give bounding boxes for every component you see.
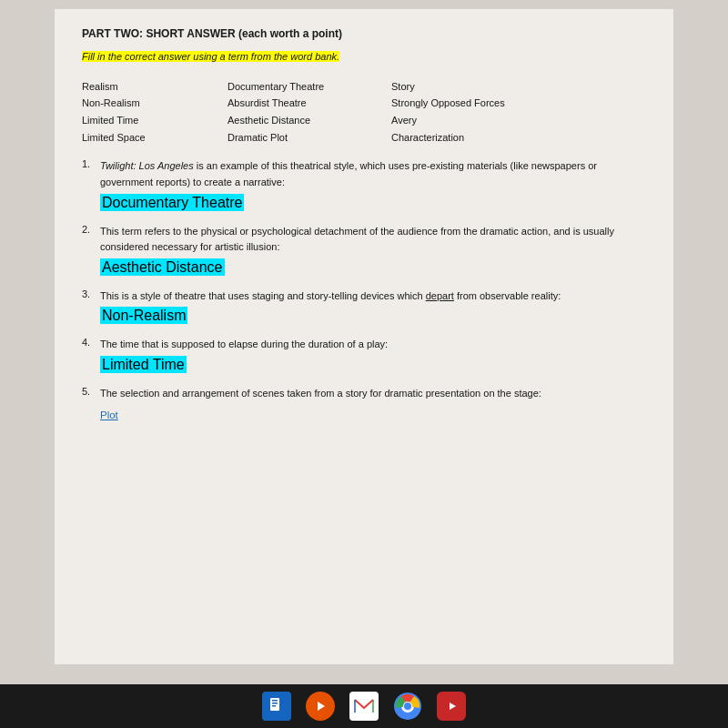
svg-marker-4 — [318, 702, 325, 711]
question-5: 5. The selection and arrangement of scen… — [82, 386, 646, 422]
question-4: 4. The time that is supposed to elapse d… — [82, 337, 646, 373]
q2-answer-line: Aesthetic Distance — [100, 259, 646, 276]
q2-number: 2. — [82, 224, 100, 235]
svg-rect-2 — [272, 703, 278, 704]
word-absurdist: Absurdist Theatre — [228, 95, 391, 112]
youtube-icon[interactable] — [437, 692, 466, 721]
word-bank-col2: Documentary Theatre Absurdist Theatre Ae… — [228, 78, 391, 147]
word-characterization: Characterization — [391, 129, 573, 147]
word-doctheatre: Documentary Theatre — [228, 78, 391, 96]
q3-number: 3. — [82, 288, 100, 299]
q5-answer: Plot — [100, 410, 118, 420]
word-avery: Avery — [391, 112, 573, 129]
q4-answer: Limited Time — [100, 356, 187, 373]
q5-text: The selection and arrangement of scenes … — [100, 386, 541, 402]
word-aesthetic: Aesthetic Distance — [228, 112, 391, 129]
document-area: PART TWO: SHORT ANSWER (each worth a poi… — [0, 0, 728, 684]
q3-answer-line: Non-Realism — [100, 308, 646, 324]
taskbar — [0, 684, 728, 728]
question-3-row: 3. This is a style of theatre that uses … — [82, 288, 646, 305]
word-limitedspace: Limited Space — [82, 129, 228, 147]
word-story: Story — [391, 78, 573, 96]
q4-text: The time that is supposed to elapse duri… — [100, 337, 388, 353]
document: PART TWO: SHORT ANSWER (each worth a poi… — [55, 9, 673, 664]
q5-answer-line: Plot — [100, 406, 646, 422]
files-icon[interactable] — [262, 692, 291, 721]
word-dramaticplot: Dramatic Plot — [228, 129, 391, 147]
part-title: PART TWO: SHORT ANSWER (each worth a poi… — [82, 27, 646, 40]
question-2: 2. This term refers to the physical or p… — [82, 224, 646, 276]
word-limitedtime: Limited Time — [82, 112, 228, 129]
word-bank-col1: Realism Non-Realism Limited Time Limited… — [82, 78, 228, 147]
word-bank: Realism Non-Realism Limited Time Limited… — [82, 78, 646, 147]
question-5-row: 5. The selection and arrangement of scen… — [82, 386, 646, 402]
q1-text: Twilight: Los Angeles is an example of t… — [100, 158, 646, 190]
q1-number: 1. — [82, 158, 100, 169]
q1-answer-line: Documentary Theatre — [100, 195, 646, 211]
q1-answer: Documentary Theatre — [100, 194, 244, 211]
question-2-row: 2. This term refers to the physical or p… — [82, 224, 646, 256]
chrome-icon[interactable] — [393, 692, 422, 721]
word-realism: Realism — [82, 78, 228, 96]
word-bank-col3: Story Strongly Opposed Forces Avery Char… — [391, 78, 573, 147]
word-nonrealism: Non-Realism — [82, 95, 228, 112]
question-1-row: 1. Twilight: Los Angeles is an example o… — [82, 158, 646, 190]
q2-answer: Aesthetic Distance — [100, 258, 225, 276]
word-stronglyopposed: Strongly Opposed Forces — [391, 95, 573, 112]
q3-answer: Non-Realism — [100, 307, 187, 324]
svg-rect-1 — [272, 700, 278, 702]
instruction-wrap: Fill in the correct answer using a term … — [82, 47, 646, 66]
q4-number: 4. — [82, 337, 100, 348]
q5-number: 5. — [82, 386, 100, 397]
play-media-icon[interactable] — [306, 692, 335, 721]
q3-text: This is a style of theatre that uses sta… — [100, 288, 561, 305]
q4-answer-line: Limited Time — [100, 357, 646, 373]
question-3: 3. This is a style of theatre that uses … — [82, 288, 646, 325]
question-4-row: 4. The time that is supposed to elapse d… — [82, 337, 646, 353]
q2-text: This term refers to the physical or psyc… — [100, 224, 646, 256]
gmail-icon[interactable] — [349, 692, 379, 721]
question-1: 1. Twilight: Los Angeles is an example o… — [82, 158, 646, 210]
svg-point-12 — [404, 703, 411, 710]
svg-rect-3 — [272, 705, 276, 707]
instruction-text: Fill in the correct answer using a term … — [82, 51, 339, 62]
